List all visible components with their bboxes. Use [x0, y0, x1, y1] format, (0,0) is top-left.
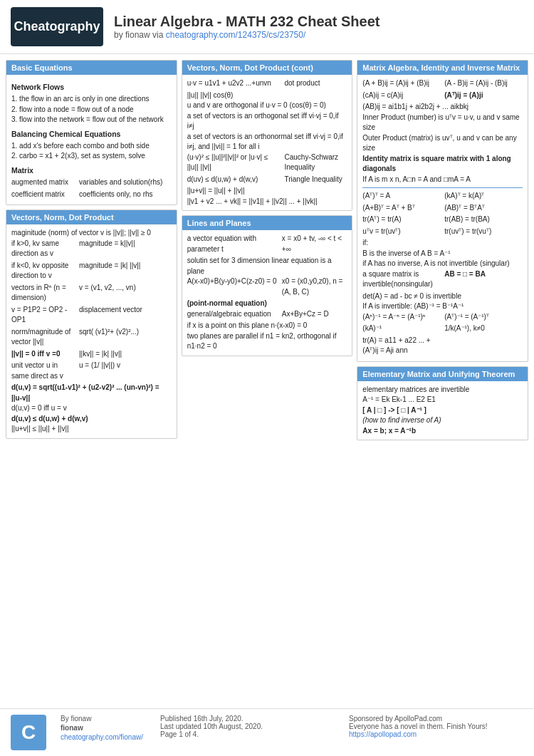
footer-sponsor-label: Sponsored by ApolloPad.com	[349, 715, 523, 723]
ma-item-5: If A is m x n, A□n = A and □mA = A	[362, 175, 523, 185]
header-text: Linear Algebra - MATH 232 Cheat Sheet by…	[114, 14, 379, 40]
lp-row-1: a vector equation with parameter t x = x…	[187, 234, 347, 254]
ma-row-3: (Aᵀ)ᵀ = A (kA)ᵀ = k(A)ᵀ	[362, 191, 523, 202]
footer-updated: Last updated 10th August, 2020.	[160, 723, 335, 730]
logo: Cheatography	[11, 7, 103, 46]
header-subtitle: by fionaw via cheatography.com/124375/cs…	[114, 30, 379, 40]
balancing-2: 2. carbo = x1 + 2(x3), set as system, so…	[11, 151, 172, 162]
lp-row-3: general/algebraic equation Ax+By+Cz = D	[187, 309, 347, 320]
vc-row-2: (u·v)² ≤ ||u||²||v||² or |u·v| ≤ ||u|| |…	[187, 152, 347, 173]
vc-item-3: a set of vectors is an orthogonal set if…	[187, 111, 347, 132]
section-elementary: Elementary Matrix and Unifying Theorem e…	[357, 366, 528, 441]
header-link[interactable]: cheatography.com/124375/cs/23750/	[166, 30, 306, 40]
vc-item-2: u and v are orthogonal if u·v = 0 (cos(θ…	[187, 100, 347, 111]
ma-item-3: Outer Product (matrix) is uvᵀ, u and v c…	[362, 133, 523, 154]
vc-row-1: u·v = u1v1 + u2v2 ...+unvn dot product	[187, 78, 347, 89]
lp-item-1: solutin set for 3 dimension linear equat…	[187, 256, 347, 276]
ma-item-4: Identity matrix is square matrix with 1 …	[362, 154, 523, 175]
section-basic-equations: Basic Equations Network Flows 1. the flo…	[6, 60, 177, 205]
basic-equations-body: Network Flows 1. the flow in an arc is o…	[6, 75, 177, 204]
matrix-algebra-body: (A + B)ij = (A)ij + (B)ij (A - B)ij = (A…	[357, 75, 528, 361]
column-1: Basic Equations Network Flows 1. the flo…	[6, 60, 177, 439]
ma-item-2: Inner Product (number) is uᵀv = u·v, u a…	[362, 113, 523, 133]
vectors-cont-header: Vectors, Norm, Dot Product (cont)	[182, 61, 352, 75]
network-flow-1: 1. the flow in an arc is only in one dir…	[11, 94, 172, 105]
vndp-row-4: v = P1P2 = OP2 - OP1 displacement vector	[11, 305, 172, 326]
section-lines-planes: Lines and Planes a vector equation with …	[182, 215, 353, 356]
lp-row-2: A(x-x0)+B(y-y0)+C(z-z0) = 0 x0 = (x0,y0,…	[187, 276, 347, 297]
section-vectors-cont: Vectors, Norm, Dot Product (cont) u·v = …	[182, 60, 353, 211]
lines-planes-body: a vector equation with parameter t x = x…	[182, 230, 352, 356]
matrix-algebra-header: Matrix Algebra, Identity and Inverse Mat…	[357, 61, 528, 75]
ma-row-6: uᵀv = tr(uvᵀ) tr(uvᵀ) = tr(vuᵀ)	[362, 227, 523, 237]
basic-equations-header: Basic Equations	[6, 61, 177, 75]
vndp-duv2: d(u,v) = 0 iff u = v	[11, 403, 172, 414]
ma-row-8: (Aⁿ)⁻¹ = A⁻ⁿ = (A⁻¹)ⁿ (Aᵀ)⁻¹ = (A⁻¹)ᵀ	[362, 312, 523, 323]
ma-row-5: tr(Aᵀ) = tr(A) tr(AB) = tr(BA)	[362, 214, 523, 225]
vectors-header: Vectors, Norm, Dot Product	[6, 210, 177, 224]
ma-row-2: (cA)ij = c(A)ij (Aᵀ)ij = (A)ji	[362, 90, 523, 101]
vndp-vk: ||u+v|| ≤ ||u|| + ||v||	[11, 424, 172, 435]
ma-row-7: a square matrix is invertible(nonsingula…	[362, 269, 523, 290]
vndp-row-1: if k>0, kv same direction as v magnitude…	[11, 239, 172, 259]
ma-row-10: tr(A) = a11 + a22 ... + (Aᵀ)ij = Aji ann	[362, 336, 523, 356]
matrix-title: Matrix	[11, 165, 172, 176]
vndp-row-5: norm/magnitude of vector ||v|| sqrt( (v1…	[11, 327, 172, 348]
footer-author-link[interactable]: cheatography.com/fionaw/	[61, 733, 146, 741]
vndp-1: maginitude (norm) of vector v is ||v||; …	[11, 228, 172, 239]
ma-row-4: (A+B)ᵀ = Aᵀ + Bᵀ (AB)ᵀ = BᵀAᵀ	[362, 203, 523, 214]
footer-logo: C	[11, 715, 46, 750]
vc-item-4: a set of vectors is an orthonormal set i…	[187, 132, 347, 152]
matrix-row-1: augmented matrix variables and solution(…	[11, 177, 172, 188]
footer-published: Published 16th July, 2020.	[160, 715, 335, 723]
vc-item-5: ||u+v|| = ||u|| + ||v||	[187, 186, 347, 197]
logo-text: Cheatography	[14, 19, 100, 34]
section-matrix-algebra: Matrix Algebra, Identity and Inverse Mat…	[357, 60, 528, 362]
page-title: Linear Algebra - MATH 232 Cheat Sheet	[114, 14, 379, 30]
vndp-duv: d(u,v) = sqrt((u1-v1)² + (u2-v2)² ... (u…	[11, 383, 172, 403]
ma-item-9: det(A) = ad - bc ≠ 0 is invertible	[362, 291, 523, 302]
footer-page: Page 1 of 4.	[160, 730, 335, 738]
em-item-4: (how to find inverse of A)	[362, 415, 523, 426]
matrix-row-2: coefficient matrix coefficients only, no…	[11, 190, 172, 200]
ma-item-6: if:	[362, 238, 523, 249]
vndp-row-3: vectors in Rⁿ (n = dimension) v = (v1, v…	[11, 283, 172, 304]
ma-item-7: B is the inverse of A B = A⁻¹	[362, 249, 523, 259]
footer-right: Sponsored by ApolloPad.com Everyone has …	[349, 715, 523, 738]
vndp-row-7: unit vector u in same direct as v u = (1…	[11, 361, 172, 381]
lp-item-3: if x is a point on this plane n·(x-x0) =…	[187, 321, 347, 331]
vc-row-3: d(uv) ≤ d(u,w) + d(w,v) Triangle Inequal…	[187, 175, 347, 185]
ma-row-9: (kA)⁻¹ 1/k(A⁻¹), k≠0	[362, 323, 523, 334]
footer-sponsor-link[interactable]: https://apollopad.com	[349, 730, 417, 738]
elementary-header: Elementary Matrix and Unifying Theorem	[357, 367, 528, 381]
main-content: Basic Equations Network Flows 1. the flo…	[0, 54, 534, 708]
em-item-1: elementary matrices are invertible	[362, 385, 523, 395]
lp-item-4: two planes are parallel if n1 = kn2, ort…	[187, 331, 347, 352]
vc-item-6: ||v1 + v2 ... + vk|| = ||v1|| + ||v2|| .…	[187, 197, 347, 207]
em-item-2: A⁻¹ = Ek Ek-1 ... E2 E1	[362, 395, 523, 405]
column-2: Vectors, Norm, Dot Product (cont) u·v = …	[182, 60, 353, 356]
vndp-row-6: ||v|| = 0 iff v =0 ||kv|| = |k| ||v||	[11, 349, 172, 360]
section-vectors: Vectors, Norm, Dot Product maginitude (n…	[6, 209, 177, 439]
vc-item-1: ||u|| ||v|| cos(θ)	[187, 90, 347, 101]
vndp-duv3: d(u,v) ≤ d(u,w) + d(w,v)	[11, 414, 172, 425]
footer-by: By fionaw	[61, 715, 146, 723]
ma-row-1: (A + B)ij = (A)ij + (B)ij (A - B)ij = (A…	[362, 78, 523, 89]
vndp-row-2: if k<0, kv opposite direction to v magni…	[11, 261, 172, 281]
balancing-1: 1. add x's before each combo and both si…	[11, 141, 172, 152]
footer: C By fionaw fionaw cheatography.com/fion…	[0, 708, 534, 756]
ma-item-8: if A has no inverse, A is not invertible…	[362, 259, 523, 269]
footer-sponsor-text: Everyone has a novel in them. Finish You…	[349, 723, 523, 730]
footer-author-name: fionaw	[61, 724, 146, 732]
em-item-5: Ax = b; x = A⁻¹b	[362, 426, 523, 437]
balancing-title: Balancing Chemical Equations	[11, 129, 172, 140]
network-flow-3: 3. flow into the network = flow out of t…	[11, 115, 172, 125]
ma-item-1: (AB)ij = ai1b1j + ai2b2j + ... aikbkj	[362, 102, 523, 113]
lines-planes-header: Lines and Planes	[182, 216, 352, 230]
ma-item-10: If A is invertible: (AB)⁻¹ = B⁻¹A⁻¹	[362, 301, 523, 312]
column-3: Matrix Algebra, Identity and Inverse Mat…	[357, 60, 528, 440]
elementary-body: elementary matrices are invertible A⁻¹ =…	[357, 381, 528, 440]
footer-center: Published 16th July, 2020. Last updated …	[160, 715, 335, 738]
vectors-cont-body: u·v = u1v1 + u2v2 ...+unvn dot product |…	[182, 75, 352, 210]
lp-item-2: (point-normal equation)	[187, 299, 347, 309]
